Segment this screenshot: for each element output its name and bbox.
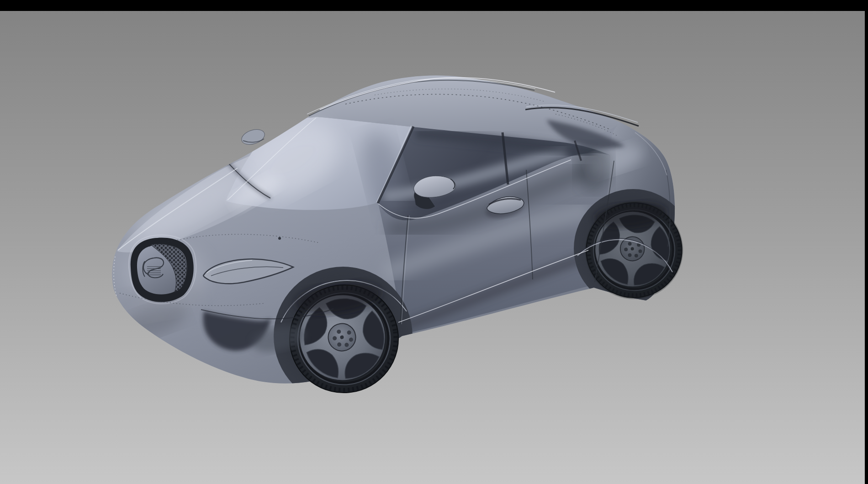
letterbox-right-bar: [865, 0, 868, 484]
far-side-mirror: [240, 127, 267, 147]
car: [112, 75, 693, 405]
render-viewport[interactable]: [0, 0, 868, 484]
letterbox-top-bar: [0, 0, 868, 11]
car-render: [0, 0, 868, 484]
